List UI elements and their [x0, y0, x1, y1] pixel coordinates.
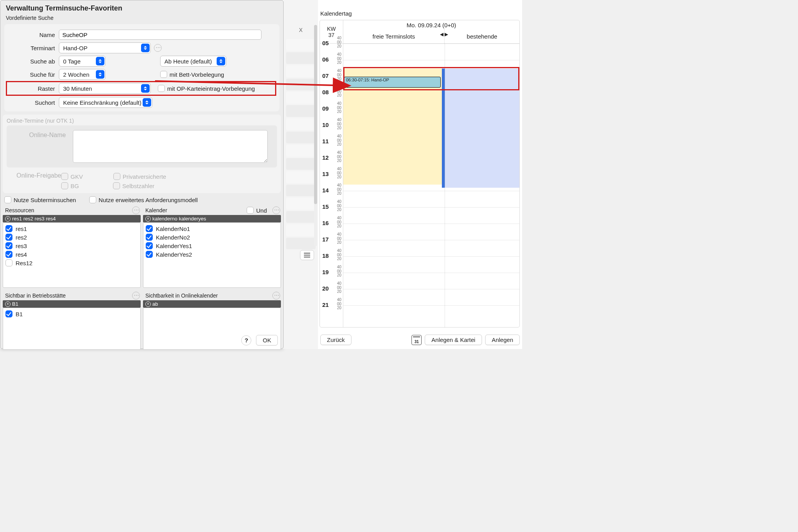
anlegen-button[interactable]: Anlegen	[485, 335, 520, 345]
bg-row	[286, 118, 316, 130]
sichtbar-online-gear-icon[interactable]	[272, 292, 280, 299]
close-x[interactable]: X	[284, 24, 318, 36]
freie-terminslots-header[interactable]: freie Terminslots ◀ ▶	[343, 29, 445, 43]
filter-icon[interactable]	[300, 250, 314, 260]
time-axis: 0540002006400020074000200840002009400020…	[320, 44, 343, 327]
sichtbar-bs-title: Sichtbar in Betriebsstätte	[5, 292, 66, 299]
selbst-checkbox[interactable]: Selbstzahler	[113, 182, 155, 189]
bg-row	[286, 224, 316, 236]
subtermin-checkbox[interactable]: Nutze Subterminsuchen	[4, 196, 76, 203]
minute-labels: 400020	[337, 249, 341, 261]
bestehende-header[interactable]: bestehende	[445, 29, 519, 43]
sucheab-select[interactable]: 0 Tage	[59, 56, 106, 67]
bg-row	[286, 171, 316, 183]
kalendertag-label: Kalendertag	[318, 0, 522, 18]
sichtbar-bs-gear-icon[interactable]	[132, 292, 140, 299]
middle-strip: X	[284, 0, 318, 349]
sichtbar-bs-filter-bar[interactable]: ×B1	[3, 300, 141, 308]
sichtbar-online-title: Sichtbarkeit in Onlinekalender	[145, 292, 218, 299]
list-item[interactable]: res1	[5, 224, 138, 233]
checkbox-icon	[5, 251, 12, 258]
kalender-list[interactable]: KalenderNo1KalenderNo2KalenderYes1Kalend…	[143, 222, 281, 288]
anforderung-checkbox[interactable]: Nutze erweitertes Anforderungsmodell	[89, 196, 198, 203]
list-item[interactable]: KalenderNo2	[146, 233, 278, 241]
calendar-body[interactable]: 06:30-07:15: Hand-OP	[343, 44, 519, 327]
privat-checkbox[interactable]: Privatversicherte	[113, 173, 166, 180]
clear-icon[interactable]: ×	[5, 216, 11, 222]
minute-labels: 400020	[337, 216, 341, 229]
gkv-checkbox[interactable]: GKV	[61, 173, 83, 180]
bg-row	[286, 79, 316, 90]
list-item[interactable]: B1	[5, 310, 138, 318]
list-item[interactable]: KalenderYes1	[146, 241, 278, 250]
list-item[interactable]: Res12	[5, 259, 138, 267]
online-name-textarea[interactable]	[73, 130, 268, 163]
zurueck-button[interactable]: Zurück	[320, 335, 351, 345]
clear-icon[interactable]: ×	[145, 216, 151, 222]
hour-label: 07	[322, 72, 329, 79]
sichtbar-online-filter-bar[interactable]: ×ab	[143, 300, 281, 308]
suchefuer-select[interactable]: 2 Wochen	[59, 69, 106, 80]
checkbox-icon	[5, 225, 12, 232]
sichtbar-bs-panel: Sichtbar in Betriebsstätte ×B1 B1	[3, 291, 141, 350]
raster-select[interactable]: 30 Minuten	[59, 83, 151, 94]
ok-button[interactable]: OK	[256, 335, 278, 345]
checkbox-icon	[146, 234, 153, 241]
clear-icon[interactable]: ×	[145, 301, 151, 307]
hour-label: 12	[322, 154, 329, 161]
list-item[interactable]: res2	[5, 233, 138, 241]
bg-row	[286, 92, 316, 104]
list-item[interactable]: res3	[5, 241, 138, 250]
kalender-filter-bar[interactable]: ×kalenderno kalenderyes	[143, 215, 281, 222]
ressourcen-panel: Ressourcen ×res1 res2 res3 res4 res1res2…	[3, 206, 141, 288]
help-button[interactable]: ?	[241, 335, 251, 345]
online-termine-section: Online-Termine (nur OTK 1) Online-Name O…	[3, 115, 281, 193]
sichtbar-bs-list[interactable]: B1	[3, 308, 141, 350]
hour-label: 16	[322, 220, 329, 226]
minute-labels: 400020	[337, 200, 341, 212]
name-input[interactable]	[59, 30, 261, 40]
terminart-gear-icon[interactable]	[154, 44, 162, 52]
checkbox-icon	[5, 234, 12, 241]
hour-label: 21	[322, 301, 329, 308]
bg-row	[286, 65, 316, 77]
minute-labels: 400020	[337, 233, 341, 245]
minute-labels: 400020	[337, 183, 341, 196]
bg-row	[286, 132, 316, 143]
column-arrows-icon[interactable]: ◀ ▶	[440, 32, 448, 37]
checkbox-icon	[146, 251, 153, 258]
terminart-select[interactable]: Hand-OP	[59, 42, 151, 53]
abheute-select[interactable]: Ab Heute (default)	[160, 56, 226, 67]
hour-label: 06	[322, 56, 329, 63]
suchort-select[interactable]: Keine Einschränkung (default)	[59, 97, 152, 108]
kalender-gear-icon[interactable]	[272, 206, 280, 214]
minute-labels: 400020	[337, 134, 341, 147]
suchefuer-label: Suche für	[8, 71, 59, 78]
list-item[interactable]: KalenderYes2	[146, 250, 278, 259]
hour-label: 14	[322, 187, 329, 194]
und-checkbox[interactable]: Und	[247, 207, 267, 214]
highlight-frame	[343, 67, 519, 90]
bg-row	[286, 158, 316, 170]
hour-label: 13	[322, 171, 329, 177]
scrollbar[interactable]	[314, 25, 317, 246]
minute-labels: 400020	[337, 53, 341, 65]
sucheab-label: Suche ab	[8, 58, 59, 65]
list-item[interactable]: KalenderNo1	[146, 224, 278, 233]
bg-row	[286, 39, 316, 51]
ressourcen-list[interactable]: res1res2res3res4Res12	[3, 222, 141, 288]
calendar-icon[interactable]	[411, 335, 422, 345]
list-item[interactable]: res4	[5, 250, 138, 259]
minute-labels: 400020	[337, 282, 341, 294]
hour-label: 19	[322, 269, 329, 275]
bg-row	[286, 105, 316, 117]
terminart-label: Terminart	[8, 45, 59, 51]
anlegen-kartei-button[interactable]: Anlegen & Kartei	[425, 335, 482, 345]
ressourcen-gear-icon[interactable]	[132, 206, 140, 214]
clear-icon[interactable]: ×	[5, 301, 11, 307]
kalender-title: Kalender	[145, 207, 167, 213]
opkartei-checkbox[interactable]: mit OP-Karteieintrag-Vorbelegung	[158, 85, 255, 92]
bg-checkbox[interactable]: BG	[61, 182, 79, 189]
ressourcen-filter-bar[interactable]: ×res1 res2 res3 res4	[3, 215, 141, 222]
bett-checkbox[interactable]: mit Bett-Vorbelegung	[160, 71, 224, 78]
